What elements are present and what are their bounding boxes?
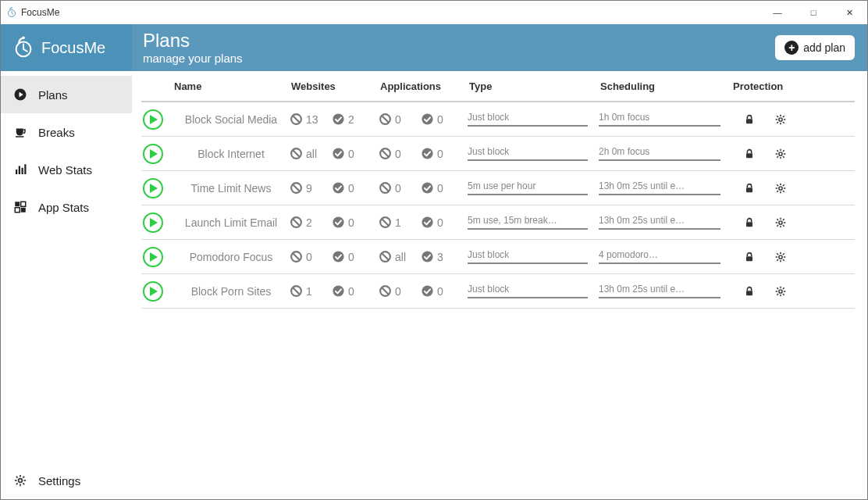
play-button[interactable]: [143, 212, 163, 233]
block-icon: [379, 112, 392, 126]
brand-logo-icon: [12, 36, 35, 59]
gear-icon: [774, 113, 787, 126]
main-area: Plans manage your plans + add plan Name …: [132, 24, 867, 499]
plan-settings-button[interactable]: [767, 285, 794, 298]
plan-scheduling: 4 pomodoro…: [599, 249, 731, 264]
block-icon: [379, 284, 392, 298]
protection-lock-button[interactable]: [731, 251, 767, 263]
page-subtitle: manage your plans: [143, 52, 243, 65]
check-icon: [421, 181, 434, 195]
plan-type: 5m use per hour: [468, 180, 599, 195]
add-plan-button[interactable]: + add plan: [775, 35, 855, 60]
sidebar-item-label: Settings: [38, 474, 80, 488]
sidebar-item-app-stats[interactable]: App Stats: [1, 188, 132, 226]
plan-type: Just block: [468, 146, 599, 161]
check-icon: [332, 147, 345, 160]
block-icon: [290, 181, 303, 195]
window-maximize-button[interactable]: □: [795, 1, 831, 24]
plan-name: Pomodoro Focus: [173, 251, 290, 263]
plan-name: Block Internet: [173, 148, 290, 160]
protection-lock-button[interactable]: [731, 148, 767, 160]
gear-icon: [774, 182, 787, 195]
plan-type: 5m use, 15m break…: [468, 215, 599, 230]
check-icon: [332, 216, 345, 229]
block-icon: [379, 250, 392, 263]
lock-icon: [743, 216, 756, 229]
sidebar-item-settings[interactable]: Settings: [1, 462, 132, 499]
websites-allowed: 0: [332, 181, 379, 195]
protection-lock-button[interactable]: [731, 113, 767, 126]
sidebar-item-label: Breaks: [38, 126, 75, 139]
websites-blocked: 13: [290, 112, 332, 126]
check-icon: [421, 250, 434, 263]
play-button[interactable]: [143, 144, 163, 164]
protection-lock-button[interactable]: [731, 216, 767, 229]
plan-settings-button[interactable]: [767, 113, 794, 126]
websites-blocked: 0: [290, 250, 332, 263]
play-button[interactable]: [143, 281, 163, 302]
block-icon: [379, 181, 392, 195]
app-logo-icon: [5, 6, 18, 19]
apps-blocked: 0: [379, 284, 421, 298]
lock-icon: [743, 182, 756, 195]
check-icon: [421, 147, 434, 160]
gear-icon: [774, 285, 787, 298]
apps-blocked: 0: [379, 181, 421, 195]
sidebar-item-label: Web Stats: [38, 163, 92, 177]
plan-settings-button[interactable]: [767, 251, 794, 263]
gear-icon: [774, 251, 787, 263]
col-protection: Protection: [731, 80, 794, 92]
plan-name: Block Porn Sites: [173, 285, 290, 298]
websites-blocked: all: [290, 147, 332, 160]
play-button[interactable]: [143, 109, 163, 130]
plan-settings-button[interactable]: [767, 182, 794, 195]
websites-blocked: 9: [290, 181, 332, 195]
check-icon: [332, 284, 345, 298]
cup-icon: [13, 125, 27, 139]
lock-icon: [743, 285, 756, 298]
websites-blocked: 2: [290, 216, 332, 229]
sidebar-item-label: Plans: [38, 88, 68, 102]
sidebar-item-breaks[interactable]: Breaks: [1, 113, 132, 151]
table-row: Time Limit News90005m use per hour13h 0m…: [141, 171, 855, 205]
check-icon: [332, 112, 345, 126]
window-controls: — □ ✕: [760, 1, 867, 24]
play-button[interactable]: [143, 247, 163, 267]
protection-lock-button[interactable]: [731, 285, 767, 298]
block-icon: [290, 147, 303, 160]
sidebar-item-web-stats[interactable]: Web Stats: [1, 151, 132, 188]
gear-icon: [774, 216, 787, 229]
gear-icon: [13, 473, 27, 488]
plan-settings-button[interactable]: [767, 216, 794, 229]
plan-name: Time Limit News: [173, 182, 290, 195]
plan-scheduling: 13h 0m 25s until e…: [599, 215, 731, 230]
play-button[interactable]: [143, 178, 163, 198]
block-icon: [290, 250, 303, 263]
sidebar: FocusMe PlansBreaksWeb StatsApp Stats Se…: [1, 24, 132, 499]
plan-scheduling: 13h 0m 25s until e…: [599, 180, 731, 195]
window-minimize-button[interactable]: —: [760, 1, 795, 24]
check-icon: [421, 216, 434, 229]
plan-scheduling: 2h 0m focus: [599, 146, 731, 161]
lock-icon: [743, 251, 756, 263]
plan-name: Launch Limit Email: [173, 216, 290, 229]
apps-blocked: 1: [379, 216, 421, 229]
table-row: Block Porn Sites1000Just block13h 0m 25s…: [141, 274, 855, 309]
plan-settings-button[interactable]: [767, 148, 794, 160]
sidebar-item-label: App Stats: [38, 201, 89, 214]
brand-header: FocusMe: [1, 24, 132, 71]
sidebar-item-plans[interactable]: Plans: [1, 76, 132, 113]
plan-type: Just block: [468, 284, 599, 298]
apps-allowed: 3: [421, 250, 468, 263]
col-websites: Websites: [290, 80, 379, 92]
table-row: Launch Limit Email20105m use, 15m break……: [141, 205, 855, 240]
apps-allowed: 0: [421, 216, 468, 229]
plan-scheduling: 13h 0m 25s until e…: [599, 284, 731, 298]
protection-lock-button[interactable]: [731, 182, 767, 195]
websites-blocked: 1: [290, 284, 332, 298]
gear-icon: [774, 148, 787, 160]
table-row: Pomodoro Focus00all3Just block4 pomodoro…: [141, 240, 855, 274]
window-close-button[interactable]: ✕: [831, 1, 867, 24]
plan-name: Block Social Media: [173, 113, 290, 126]
add-plan-label: add plan: [803, 41, 845, 54]
